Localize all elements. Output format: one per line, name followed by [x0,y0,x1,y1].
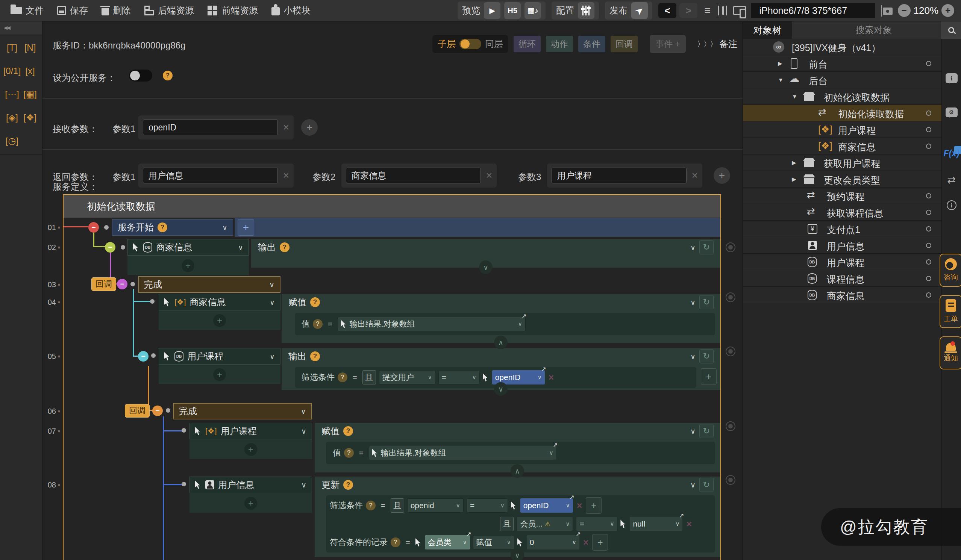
chevron-down-icon[interactable]: ∨ [690,427,696,436]
remove-param-icon[interactable]: × [486,170,492,181]
tree-item-backend[interactable]: ▼☁后台 [743,72,942,88]
help-icon[interactable]: ? [313,319,323,329]
chevron-down-icon[interactable]: ∨ [270,298,275,306]
add-condition-button[interactable]: + [701,368,717,385]
preview-h5-button[interactable]: H5 [504,2,521,19]
add-node-button[interactable]: + [244,497,257,510]
back-button[interactable]: < [658,3,677,18]
tree-item-get-course-info[interactable]: ⇄获取课程信息 [743,204,942,221]
remove-param-icon[interactable]: × [283,170,289,181]
chevron-down-icon[interactable]: ∨ [690,352,696,361]
add-node-button[interactable]: + [244,443,257,456]
collapse-branch-icon[interactable]: − [138,351,148,361]
tree-item-get-user-course[interactable]: ▶获取用户课程 [743,154,942,171]
collapse-section-button[interactable]: ∧ [511,464,524,478]
settings-feedback-icon[interactable]: ⚙ [946,108,958,117]
tree-item-app[interactable]: ∞[395]IVX健身（v41） [743,39,942,55]
receive-param1-input[interactable] [143,120,278,135]
external-link-icon[interactable]: ↗ [466,530,471,538]
add-condition-button[interactable]: + [592,534,608,550]
collapse-branch-icon[interactable]: − [88,222,99,233]
component-object-array-icon[interactable]: [❖] [24,112,37,123]
condition-operator-select[interactable]: =∨ [576,517,617,531]
node-port-dot[interactable] [130,282,135,286]
object-search-input[interactable] [856,22,935,38]
node-service-start[interactable]: 服务开始 ? ∨ [112,219,233,236]
node-port-dot[interactable] [182,428,186,433]
external-link-icon[interactable]: ↗ [679,512,684,519]
tree-item-user-course-db[interactable]: DB用户课程 [743,254,942,270]
tree-item-user-course-array[interactable]: [❖]用户课程 [743,121,942,138]
add-node-button[interactable]: + [213,314,226,327]
help-icon[interactable]: ? [343,426,353,436]
condition-field-select[interactable]: 提交用户∨ [379,370,436,385]
help-icon[interactable]: ? [310,351,320,361]
add-node-button[interactable]: + [213,368,226,381]
refresh-icon[interactable]: ↻ [699,349,714,363]
collapse-section-button[interactable]: ∧ [494,335,508,349]
consult-button[interactable]: 咨询 [940,254,961,287]
node-user-course-array[interactable]: [❖] 用户课程 ∨ [190,423,312,440]
remove-condition-icon[interactable]: × [686,519,692,530]
visibility-dot[interactable] [926,210,931,215]
node-merchant-info-array[interactable]: [❖] 商家信息 ∨ [159,294,280,310]
help-icon[interactable]: ? [280,242,289,252]
visibility-dot[interactable] [926,292,931,298]
node-merchant-info-db[interactable]: DB 商家信息 ∨ [127,239,249,255]
visibility-dot[interactable] [926,243,931,248]
match-target-chip[interactable]: 会员类∨↗ [425,535,470,549]
add-condition-button[interactable]: + [586,497,601,514]
condition-field-select[interactable]: 会员...⚠∨ [517,517,573,531]
section-header[interactable]: 输出 ? ∨ ↻ [281,348,720,364]
node-callback-done[interactable]: 完成 ∨ [138,276,280,293]
chevron-down-icon[interactable]: ∨ [270,352,275,361]
tree-item-book-course[interactable]: ⇄预约课程 [743,188,942,204]
event-button[interactable]: 事件+ [650,35,686,53]
component-table-icon[interactable]: [▦] [23,89,37,99]
layer-toggle[interactable]: 子层 同层 [432,35,508,53]
help-icon[interactable]: ? [310,297,320,307]
refresh-icon[interactable]: ↻ [699,240,714,254]
match-value-chip[interactable]: 0∨↗ [527,535,579,549]
external-link-icon[interactable]: ↗ [575,530,580,538]
frontend-resources-button[interactable]: 前端资源 [207,5,258,16]
expand-arrow-icon[interactable]: ▶ [778,60,783,67]
collapse-section-button[interactable]: ∨ [511,548,524,560]
condition-field-select[interactable]: openid∨ [407,498,464,513]
preview-qr-button[interactable]: ▦♪ [524,2,541,19]
chevron-down-icon[interactable]: ∨ [269,280,275,289]
add-receive-param-button[interactable]: + [301,119,318,136]
save-button[interactable]: 保存 [57,5,88,16]
tree-item-merchant-info-db[interactable]: DB商家信息 [743,287,942,303]
remove-param-icon[interactable]: × [692,170,698,181]
external-link-icon[interactable]: ↗ [521,312,526,319]
refresh-icon[interactable]: ↻ [699,295,714,309]
help-icon[interactable]: ? [337,372,347,382]
tree-item-user-info[interactable]: 用户信息 [743,237,942,254]
section-header[interactable]: 赋值 ? ∨ ↻ [281,294,720,310]
condition-value-chip[interactable]: null∨↗ [630,517,682,531]
component-variable-icon[interactable]: [x] [25,66,35,76]
chevron-down-icon[interactable]: ∨ [301,481,307,489]
chevron-down-icon[interactable]: ∨ [690,481,696,489]
visibility-dot[interactable] [926,111,931,116]
remove-condition-icon[interactable]: × [583,537,589,548]
condition-operator-select[interactable]: =∨ [439,370,480,385]
match-operation-select[interactable]: 赋值∨ [473,535,514,549]
node-port-dot[interactable] [166,408,170,413]
chevron-down-icon[interactable]: ∨ [690,243,696,252]
notification-button[interactable]: 通知 [940,336,961,369]
node-port-dot[interactable] [121,245,125,250]
node-port-dot[interactable] [150,299,154,304]
tab-object-tree[interactable]: 对象树 [743,21,792,39]
refresh-icon[interactable]: ↻ [699,424,714,438]
tree-item-course-info-db[interactable]: DB课程信息 [743,270,942,287]
connect-target-icon[interactable] [726,475,735,485]
component-text-icon[interactable]: [T] [7,42,17,53]
info-icon[interactable]: i [947,200,956,210]
visibility-dot[interactable] [926,127,931,132]
external-link-icon[interactable]: ↗ [569,493,574,501]
service-icon[interactable]: ⇄ [947,174,956,186]
expand-arrow-icon[interactable]: ▶ [792,176,796,183]
marker-button[interactable] [883,6,893,15]
